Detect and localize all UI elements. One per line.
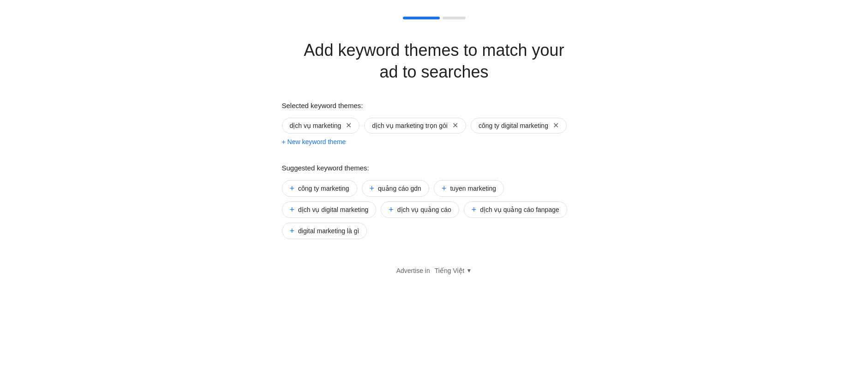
suggested-chip-1[interactable]: + quảng cáo gdn bbox=[362, 180, 429, 197]
suggested-chip-5[interactable]: + dịch vụ quảng cáo fanpage bbox=[464, 201, 567, 218]
language-selector[interactable]: Tiếng Việt ▼ bbox=[435, 267, 472, 274]
selected-section: Selected keyword themes: dịch vụ marketi… bbox=[282, 102, 587, 145]
suggested-chip-3-label: dịch vụ digital marketing bbox=[298, 206, 368, 213]
suggested-chip-3[interactable]: + dịch vụ digital marketing bbox=[282, 201, 377, 218]
suggested-chips-container: + công ty marketing + quảng cáo gdn + tu… bbox=[282, 180, 587, 239]
suggested-chip-6-label: digital marketing là gì bbox=[298, 227, 359, 235]
selected-chip-1-label: dịch vụ marketing bbox=[290, 122, 341, 129]
remove-chip-1-button[interactable]: ✕ bbox=[346, 122, 352, 129]
suggested-chip-5-label: dịch vụ quảng cáo fanpage bbox=[480, 206, 559, 213]
selected-chips-container: dịch vụ marketing ✕ dịch vụ marketing tr… bbox=[282, 118, 587, 145]
suggested-section: Suggested keyword themes: + công ty mark… bbox=[282, 164, 587, 239]
main-content: Add keyword themes to match your ad to s… bbox=[273, 19, 596, 274]
plus-icon-0: + bbox=[290, 184, 295, 193]
suggested-chip-6[interactable]: + digital marketing là gì bbox=[282, 223, 367, 239]
selected-chip-2-label: dịch vụ marketing trọn gói bbox=[372, 122, 448, 129]
remove-chip-3-button[interactable]: ✕ bbox=[553, 122, 559, 129]
suggested-chip-0[interactable]: + công ty marketing bbox=[282, 180, 357, 197]
suggested-chip-2[interactable]: + tuyen marketing bbox=[434, 180, 504, 197]
suggested-chip-4[interactable]: + dịch vụ quảng cáo bbox=[381, 201, 459, 218]
advertise-row: Advertise in Tiếng Việt ▼ bbox=[396, 267, 472, 274]
remove-chip-2-button[interactable]: ✕ bbox=[452, 122, 458, 129]
page-title: Add keyword themes to match your ad to s… bbox=[296, 40, 573, 83]
selected-chip-3[interactable]: công ty digital marketing ✕ bbox=[471, 118, 567, 133]
language-label: Tiếng Việt bbox=[435, 267, 465, 274]
selected-chip-3-label: công ty digital marketing bbox=[479, 122, 548, 129]
selected-section-label: Selected keyword themes: bbox=[282, 102, 587, 109]
plus-icon-2: + bbox=[442, 184, 447, 193]
plus-icon-3: + bbox=[290, 206, 295, 214]
plus-icon-1: + bbox=[370, 184, 375, 193]
suggested-chip-0-label: công ty marketing bbox=[298, 185, 349, 192]
suggested-chip-4-label: dịch vụ quảng cáo bbox=[397, 206, 451, 213]
selected-chip-1[interactable]: dịch vụ marketing ✕ bbox=[282, 118, 360, 133]
suggested-section-label: Suggested keyword themes: bbox=[282, 164, 587, 172]
selected-chip-2[interactable]: dịch vụ marketing trọn gói ✕ bbox=[364, 118, 466, 133]
plus-icon-5: + bbox=[472, 206, 477, 214]
advertise-in-label: Advertise in bbox=[396, 267, 430, 274]
plus-icon-6: + bbox=[290, 227, 295, 235]
dropdown-arrow-icon: ▼ bbox=[466, 267, 472, 274]
plus-icon-4: + bbox=[389, 206, 394, 214]
suggested-chip-2-label: tuyen marketing bbox=[450, 185, 496, 192]
suggested-chip-1-label: quảng cáo gdn bbox=[378, 185, 421, 192]
new-keyword-theme-link[interactable]: + New keyword theme bbox=[282, 138, 346, 145]
